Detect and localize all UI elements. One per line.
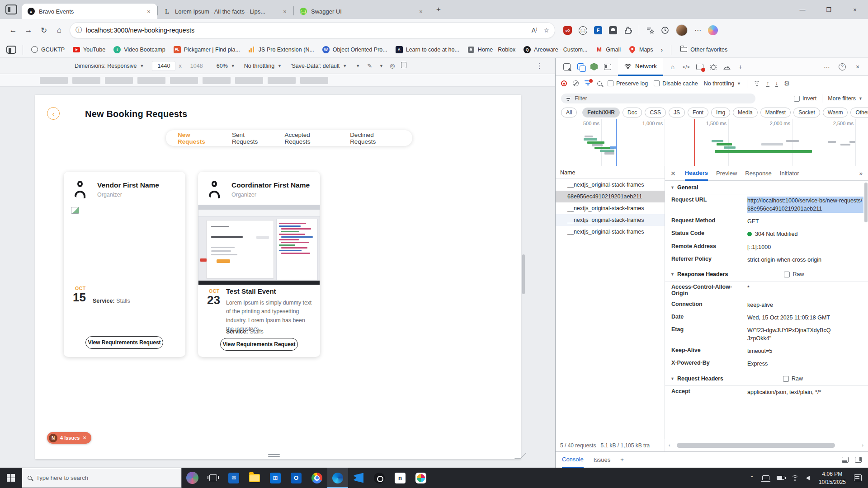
- disable-cache-checkbox[interactable]: Disable cache: [654, 80, 698, 87]
- other-favorites[interactable]: Other favorites: [676, 44, 731, 55]
- more-tabs-chevron-icon[interactable]: »: [859, 170, 863, 177]
- chip-socket[interactable]: Socket: [793, 108, 820, 117]
- network-overview-waterfall[interactable]: 500 ms1,000 ms1,500 ms2,000 ms2,500 ms: [556, 119, 868, 166]
- general-section-header[interactable]: ▼ General: [665, 181, 868, 194]
- blue-extension-icon[interactable]: F: [594, 26, 602, 34]
- filter-input[interactable]: Filter: [561, 94, 755, 103]
- chip-img[interactable]: Img: [711, 108, 730, 117]
- request-row-selected[interactable]: 68e956ec4910219201aeb211: [556, 191, 665, 202]
- back-icon[interactable]: ←: [5, 23, 21, 38]
- devtools-tab-elements-icon[interactable]: </>: [679, 60, 693, 74]
- request-row[interactable]: __nextjs_original-stack-frames: [556, 202, 665, 214]
- viewport-resize-handle[interactable]: [268, 454, 280, 457]
- chip-manifest[interactable]: Manifest: [760, 108, 791, 117]
- export-har-icon[interactable]: ↓: [775, 80, 778, 87]
- raw-checkbox[interactable]: Raw: [784, 271, 804, 277]
- copilot-icon[interactable]: [708, 25, 718, 35]
- more-options-icon[interactable]: ⋮: [536, 62, 543, 70]
- close-details-icon[interactable]: ✕: [670, 170, 676, 177]
- window-minimize-button[interactable]: —: [789, 0, 816, 19]
- window-maximize-button[interactable]: ❒: [816, 0, 842, 19]
- close-icon[interactable]: ✕: [82, 435, 86, 441]
- drawer-add-tab-icon[interactable]: +: [620, 456, 624, 463]
- battery-tray-icon[interactable]: [773, 476, 788, 480]
- display-tray-icon[interactable]: [759, 475, 773, 480]
- wifi-tray-icon[interactable]: [788, 475, 802, 481]
- taskbar-widget-thumbnail[interactable]: [182, 468, 203, 488]
- viewport-width-input[interactable]: 1440: [152, 61, 175, 71]
- request-row[interactable]: __nextjs_original-stack-frames: [556, 226, 665, 238]
- nextjs-issues-badge[interactable]: N 4 Issues ✕: [47, 432, 91, 444]
- chip-wasm[interactable]: Wasm: [823, 108, 848, 117]
- devtools-close-icon[interactable]: ×: [851, 60, 864, 74]
- home-icon[interactable]: ⌂: [52, 23, 67, 38]
- details-tab-response[interactable]: Response: [745, 170, 772, 177]
- request-row[interactable]: __nextjs_original-stack-frames: [556, 179, 665, 191]
- eyedropper-icon[interactable]: ✎: [367, 62, 372, 69]
- bookmark-object-oriented[interactable]: WObject Oriented Pro...: [318, 44, 392, 55]
- collections-icon[interactable]: [646, 26, 654, 34]
- volume-tray-icon[interactable]: [802, 476, 813, 480]
- scrollbar-thumb[interactable]: [677, 443, 835, 448]
- chip-doc[interactable]: Doc: [623, 108, 642, 117]
- reload-icon[interactable]: ↻: [36, 23, 52, 38]
- network-settings-gear-icon[interactable]: ⚙: [784, 80, 790, 88]
- devtools-tab-console-icon[interactable]: [693, 60, 707, 74]
- viewport-height-input[interactable]: 1048: [185, 61, 208, 71]
- drawer-tab-console[interactable]: Console: [562, 452, 584, 468]
- microsoft-store-icon[interactable]: ⊞: [265, 468, 286, 488]
- chrome-icon[interactable]: [307, 468, 327, 488]
- request-headers-section-header[interactable]: ▼ Request Headers Raw: [665, 372, 868, 386]
- view-requirements-button[interactable]: View Requirements Request: [85, 336, 163, 349]
- file-explorer-icon[interactable]: [244, 468, 265, 488]
- bookmarks-overflow-chevron[interactable]: ›: [657, 46, 667, 53]
- bookmark-maps[interactable]: Maps: [625, 44, 657, 55]
- bookmark-areoware[interactable]: QAreoware - Custom...: [519, 44, 591, 55]
- hidden-icons-chevron[interactable]: ⌃: [745, 475, 759, 481]
- slack-icon[interactable]: [410, 468, 431, 488]
- device-toolbar-toggle-icon[interactable]: [574, 60, 587, 74]
- visibility-icon[interactable]: ◎: [390, 62, 395, 69]
- details-scrollbar[interactable]: [864, 183, 868, 222]
- bookmark-learn-to-code[interactable]: ALearn to code at ho...: [392, 44, 463, 55]
- nodejs-icon[interactable]: [587, 60, 601, 74]
- invert-filter-checkbox[interactable]: Invert: [794, 95, 816, 102]
- network-conditions-icon[interactable]: [753, 81, 760, 86]
- chip-other[interactable]: Other: [850, 108, 868, 117]
- dropdown-icon[interactable]: ▼: [379, 64, 383, 68]
- more-filters-select[interactable]: More filters▼: [828, 95, 863, 102]
- zoom-select[interactable]: 60% ▼: [217, 63, 235, 69]
- devtools-help-icon[interactable]: ?: [835, 60, 849, 74]
- settings-more-icon[interactable]: ⋯: [694, 26, 701, 34]
- tab-bravo-events[interactable]: ▲ Bravo Events ×: [22, 4, 157, 19]
- details-horizontal-scrollbar[interactable]: ‹ ›: [665, 439, 868, 451]
- tab-lorem-ipsum[interactable]: L Lorem Ipsum - All the facts - Lips... …: [158, 4, 293, 19]
- tab-sent-requests[interactable]: Sent Requests: [232, 131, 271, 145]
- dropdown-icon[interactable]: ▼: [356, 64, 360, 68]
- taskbar-clock[interactable]: 4:06 PM 10/15/2025: [813, 470, 851, 486]
- details-tab-preview[interactable]: Preview: [716, 170, 737, 177]
- notion-icon[interactable]: n: [390, 468, 410, 488]
- chip-font[interactable]: Font: [688, 108, 708, 117]
- chip-fetch-xhr[interactable]: Fetch/XHR: [582, 108, 620, 117]
- bookmark-youtube[interactable]: YouTube: [69, 44, 109, 55]
- bookmark-pickgamer[interactable]: FLPickgamer | Find pla...: [170, 44, 244, 55]
- devtools-add-tab-icon[interactable]: +: [734, 60, 747, 74]
- details-tab-headers[interactable]: Headers: [685, 166, 708, 181]
- window-close-button[interactable]: ×: [842, 0, 868, 19]
- raw-checkbox[interactable]: Raw: [783, 375, 803, 382]
- devtools-tab-home-icon[interactable]: ⌂: [666, 60, 679, 74]
- response-headers-section-header[interactable]: ▼ Response Headers Raw: [665, 268, 868, 282]
- request-list-header[interactable]: Name: [556, 166, 665, 179]
- tampermonkey-extension-icon[interactable]: [609, 26, 617, 34]
- tab-accepted-requests[interactable]: Accepted Requests: [285, 131, 337, 145]
- chip-css[interactable]: CSS: [645, 108, 666, 117]
- new-tab-button[interactable]: +: [432, 3, 445, 16]
- vscode-icon[interactable]: [348, 468, 369, 488]
- bookmark-roblox[interactable]: Home - Roblox: [463, 44, 519, 55]
- read-aloud-icon[interactable]: A⁾: [532, 27, 538, 34]
- tab-declined-requests[interactable]: Declined Requests: [350, 131, 401, 145]
- favorite-star-icon[interactable]: ☆: [543, 27, 549, 34]
- address-bar[interactable]: ⓘ localhost:3000/new-booking-requests A⁾…: [70, 22, 555, 38]
- bookmark-gmail[interactable]: MGmail: [591, 44, 625, 55]
